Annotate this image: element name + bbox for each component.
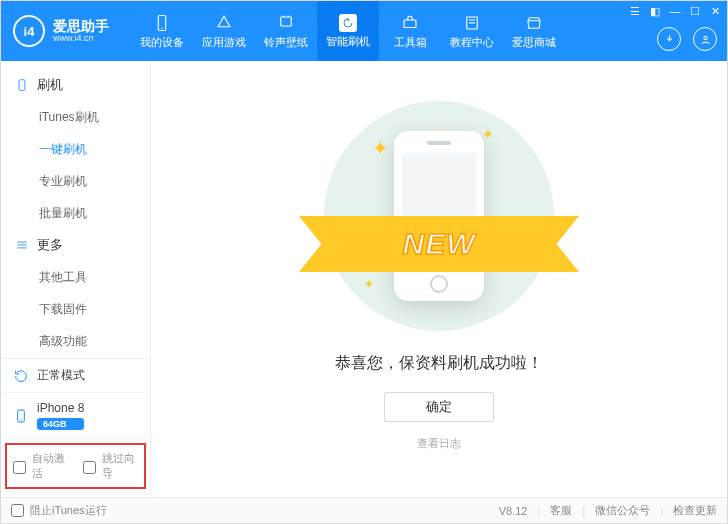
window-skin-icon[interactable]: ◧	[649, 5, 661, 17]
sidebar-item-itunes-flash[interactable]: iTunes刷机	[1, 101, 150, 133]
top-nav: 我的设备 应用游戏 铃声壁纸 智能刷机 工具箱 教程中心	[131, 1, 565, 61]
nav-label: 爱思商城	[512, 35, 556, 50]
nav-label: 我的设备	[140, 35, 184, 50]
window-menu-icon[interactable]: ☰	[629, 5, 641, 17]
device-info[interactable]: iPhone 8 64GB	[1, 393, 150, 439]
block-itunes-check[interactable]: 阻止iTunes运行	[11, 503, 107, 518]
phone-icon	[13, 408, 29, 424]
sidebar-item-other-tools[interactable]: 其他工具	[1, 261, 150, 293]
sidebar-cat-label: 更多	[37, 236, 63, 254]
device-name: iPhone 8	[37, 401, 84, 415]
skip-wizard-check[interactable]: 跳过向导	[83, 451, 139, 481]
nav-mall[interactable]: 爱思商城	[503, 1, 565, 61]
options-highlight-box: 自动激活 跳过向导	[5, 443, 146, 489]
status-link-support[interactable]: 客服	[550, 503, 572, 518]
svg-rect-2	[281, 17, 292, 26]
brand: i4 爱思助手 www.i4.cn	[1, 15, 131, 47]
download-button[interactable]	[657, 27, 681, 51]
sidebar-cat-flash: 刷机	[1, 69, 150, 101]
view-log-link[interactable]: 查看日志	[417, 436, 461, 451]
phone-icon	[15, 78, 29, 92]
status-link-update[interactable]: 检查更新	[673, 503, 717, 518]
toolbox-icon	[400, 13, 420, 33]
separator: |	[660, 505, 663, 517]
nav-label: 应用游戏	[202, 35, 246, 50]
status-bar: 阻止iTunes运行 V8.12 | 客服 | 微信公众号 | 检查更新	[1, 497, 727, 523]
sidebar-item-pro-flash[interactable]: 专业刷机	[1, 165, 150, 197]
sparkle-icon: ✦	[364, 277, 374, 291]
svg-rect-6	[19, 80, 25, 91]
shop-icon	[524, 13, 544, 33]
flash-icon	[339, 14, 357, 32]
ribbon-text: NEW	[403, 227, 476, 261]
nav-label: 铃声壁纸	[264, 35, 308, 50]
main-content: ✦ ✦ ✦ ✦ NEW 恭喜您，保资料刷机成功啦！ 确定 查看日志	[151, 61, 727, 497]
mode-label: 正常模式	[37, 367, 85, 384]
window-max-icon[interactable]: ☐	[689, 5, 701, 17]
nav-label: 工具箱	[394, 35, 427, 50]
skip-wizard-checkbox[interactable]	[83, 461, 96, 474]
nav-my-device[interactable]: 我的设备	[131, 1, 193, 61]
check-label: 自动激活	[32, 451, 69, 481]
nav-flash[interactable]: 智能刷机	[317, 1, 379, 61]
sidebar: 刷机 iTunes刷机 一键刷机 专业刷机 批量刷机 更多 其他工具 下载固件 …	[1, 61, 151, 497]
device-mode[interactable]: 正常模式	[1, 359, 150, 393]
check-label: 跳过向导	[102, 451, 139, 481]
refresh-icon	[13, 368, 29, 384]
sidebar-item-batch-flash[interactable]: 批量刷机	[1, 197, 150, 229]
sparkle-icon: ✦	[372, 136, 389, 160]
sidebar-cat-label: 刷机	[37, 76, 63, 94]
nav-apps[interactable]: 应用游戏	[193, 1, 255, 61]
check-label: 阻止iTunes运行	[30, 503, 107, 518]
apps-icon	[214, 13, 234, 33]
block-itunes-checkbox[interactable]	[11, 504, 24, 517]
svg-point-8	[20, 419, 21, 420]
auto-activate-checkbox[interactable]	[13, 461, 26, 474]
separator: |	[537, 505, 540, 517]
success-illustration: ✦ ✦ ✦ ✦ NEW	[324, 101, 554, 331]
nav-tutorials[interactable]: 教程中心	[441, 1, 503, 61]
account-button[interactable]	[693, 27, 717, 51]
svg-point-1	[161, 27, 163, 29]
nav-ringtones[interactable]: 铃声壁纸	[255, 1, 317, 61]
nav-label: 教程中心	[450, 35, 494, 50]
sparkle-icon: ✦	[482, 126, 494, 142]
sidebar-item-download-firmware[interactable]: 下载固件	[1, 293, 150, 325]
app-header: i4 爱思助手 www.i4.cn 我的设备 应用游戏 铃声壁纸 智能刷机	[1, 1, 727, 61]
sidebar-item-oneclick-flash[interactable]: 一键刷机	[1, 133, 150, 165]
svg-rect-3	[404, 20, 416, 28]
music-icon	[276, 13, 296, 33]
auto-activate-check[interactable]: 自动激活	[13, 451, 69, 481]
status-link-wechat[interactable]: 微信公众号	[595, 503, 650, 518]
device-icon	[152, 13, 172, 33]
window-controls: ☰ ◧ — ☐ ✕	[629, 5, 721, 17]
separator: |	[582, 505, 585, 517]
success-message: 恭喜您，保资料刷机成功啦！	[335, 353, 543, 374]
ok-button[interactable]: 确定	[384, 392, 494, 422]
sidebar-item-advanced[interactable]: 高级功能	[1, 325, 150, 357]
nav-label: 智能刷机	[326, 34, 370, 49]
device-storage-badge: 64GB	[37, 418, 84, 430]
nav-toolbox[interactable]: 工具箱	[379, 1, 441, 61]
svg-point-5	[703, 36, 706, 39]
brand-title: 爱思助手	[53, 19, 109, 33]
book-icon	[462, 13, 482, 33]
window-min-icon[interactable]: —	[669, 5, 681, 17]
brand-logo: i4	[13, 15, 45, 47]
brand-subtitle: www.i4.cn	[53, 33, 109, 43]
sidebar-cat-more: 更多	[1, 229, 150, 261]
new-ribbon: NEW	[299, 216, 579, 272]
version-label: V8.12	[499, 505, 528, 517]
more-icon	[15, 238, 29, 252]
window-close-icon[interactable]: ✕	[709, 5, 721, 17]
